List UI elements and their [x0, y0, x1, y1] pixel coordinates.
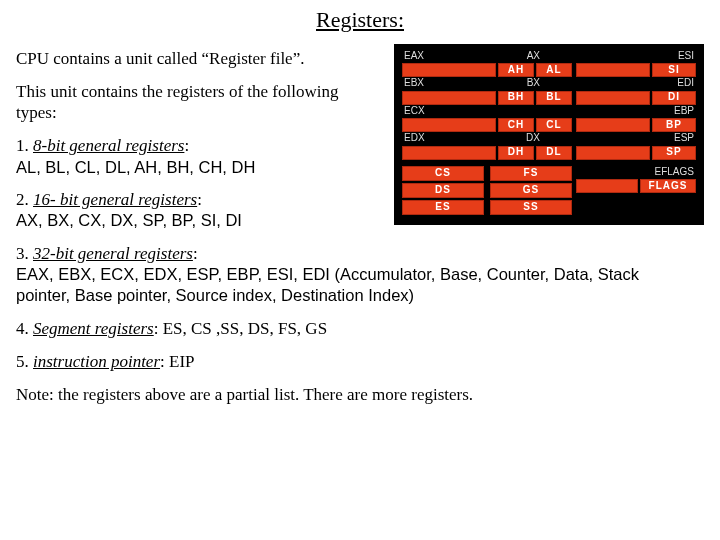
gp-seg-low: DL [536, 146, 572, 160]
gp-seg-upper [402, 91, 496, 105]
list-item-heading: 1. 8-bit general registers: [16, 135, 396, 156]
gp-seg-high: CH [498, 118, 534, 132]
gp-idx-low: BP [652, 118, 696, 132]
list-item-tail: : [193, 244, 198, 263]
gp-labels: ECX [402, 105, 572, 119]
list-item-heading: 3. 32-bit general registers: [16, 243, 686, 264]
gp-seg-upper [402, 146, 496, 160]
note-para: Note: the registers above are a partial … [16, 384, 704, 405]
segment-reg: GS [490, 183, 572, 198]
list-item-head: 16- bit general registers [33, 190, 197, 209]
gp-idx-bar: SP [576, 146, 696, 160]
gp-seg-low: CL [536, 118, 572, 132]
list-item-tail: : ES, CS ,SS, DS, FS, GS [154, 319, 327, 338]
gp-idx-upper [576, 91, 650, 105]
gp-idx-bar: BP [576, 118, 696, 132]
list-item-head: 8-bit general registers [33, 136, 184, 155]
gp-idx-upper [576, 146, 650, 160]
gp-col-32: ECXCHCL [402, 105, 572, 133]
segment-row: DSGS [402, 183, 572, 198]
list-item-heading: 2. 16- bit general registers: [16, 189, 396, 210]
gp-idx-low: SI [652, 63, 696, 77]
list-item-tail: : [184, 136, 189, 155]
list-item-tail: : EIP [160, 352, 194, 371]
list-item: 5. instruction pointer: EIP [16, 351, 686, 372]
segment-grid: CSFSDSGSESSS [402, 164, 572, 215]
segment-flags-row: CSFSDSGSESSSEFLAGSFLAGS [402, 164, 696, 215]
gp-bar-32: AHAL [402, 63, 572, 77]
eflags-label: EFLAGS [576, 166, 696, 180]
gp-seg-low: BL [536, 91, 572, 105]
list-item-number: 1. [16, 136, 33, 155]
segment-row: CSFS [402, 166, 572, 181]
list-item-body: AL, BL, CL, DL, AH, BH, CH, DH [16, 157, 396, 178]
gp-seg-upper [402, 63, 496, 77]
gp-idx-bar: DI [576, 91, 696, 105]
gp-idx-label: EBP [576, 105, 696, 119]
segment-reg: SS [490, 200, 572, 215]
gp-col-idx: EDIDI [576, 77, 696, 105]
gp-idx-label: ESP [576, 132, 696, 146]
title-text: Registers: [316, 7, 404, 32]
list-item-head: instruction pointer [33, 352, 160, 371]
list-item: 2. 16- bit general registers:AX, BX, CX,… [16, 189, 396, 231]
list-item: 1. 8-bit general registers:AL, BL, CL, D… [16, 135, 396, 177]
gp-register-row: ECXCHCLEBPBP [402, 105, 696, 133]
gp-seg-upper [402, 118, 496, 132]
segment-reg: CS [402, 166, 484, 181]
gp-bar-32: CHCL [402, 118, 572, 132]
gp-idx-upper [576, 63, 650, 77]
gp-col-idx: ESPSP [576, 132, 696, 160]
intro-para-1: CPU contains a unit called “Register fil… [16, 48, 396, 69]
list-item: 3. 32-bit general registers:EAX, EBX, EC… [16, 243, 686, 306]
register-diagram: EAXAXAHALESISIEBXBXBHBLEDIDIECXCHCLEBPBP… [394, 44, 704, 225]
gp-register-row: EBXBXBHBLEDIDI [402, 77, 696, 105]
list-item-heading: 5. instruction pointer: EIP [16, 351, 686, 372]
list-item-number: 3. [16, 244, 33, 263]
eflags-low: FLAGS [640, 179, 696, 193]
gp-seg-high: DH [498, 146, 534, 160]
gp-col-idx: ESISI [576, 50, 696, 78]
eflags-block: EFLAGSFLAGS [576, 166, 696, 194]
list-item-head: Segment registers [33, 319, 154, 338]
gp-bar-32: BHBL [402, 91, 572, 105]
gp-col-32: EAXAXAHAL [402, 50, 572, 78]
list-item-heading: 4. Segment registers: ES, CS ,SS, DS, FS… [16, 318, 686, 339]
list-item-number: 2. [16, 190, 33, 209]
gp-bar-32: DHDL [402, 146, 572, 160]
segment-row: ESSS [402, 200, 572, 215]
gp-labels: EBXBX [402, 77, 572, 91]
list-item-number: 4. [16, 319, 33, 338]
page-title: Registers: [16, 6, 704, 34]
gp-seg-low: AL [536, 63, 572, 77]
gp-idx-low: SP [652, 146, 696, 160]
gp-col-32: EDXDXDHDL [402, 132, 572, 160]
gp-seg-high: AH [498, 63, 534, 77]
gp-seg-high: BH [498, 91, 534, 105]
segment-reg: FS [490, 166, 572, 181]
gp-idx-low: DI [652, 91, 696, 105]
register-type-list: 1. 8-bit general registers:AL, BL, CL, D… [16, 135, 396, 372]
list-item-body: EAX, EBX, ECX, EDX, ESP, EBP, ESI, EDI (… [16, 264, 686, 305]
list-item-tail: : [197, 190, 202, 209]
gp-register-row: EDXDXDHDLESPSP [402, 132, 696, 160]
segment-reg: DS [402, 183, 484, 198]
eflags-bar: FLAGS [576, 179, 696, 193]
gp-labels: EAXAX [402, 50, 572, 64]
list-item-head: 32-bit general registers [33, 244, 193, 263]
segment-reg: ES [402, 200, 484, 215]
left-column: CPU contains a unit called “Register fil… [16, 48, 396, 373]
list-item-body: AX, BX, CX, DX, SP, BP, SI, DI [16, 210, 396, 231]
eflags-upper [576, 179, 638, 193]
gp-col-32: EBXBXBHBL [402, 77, 572, 105]
gp-idx-upper [576, 118, 650, 132]
gp-labels: EDXDX [402, 132, 572, 146]
gp-col-idx: EBPBP [576, 105, 696, 133]
gp-idx-bar: SI [576, 63, 696, 77]
gp-idx-label: EDI [576, 77, 696, 91]
list-item: 4. Segment registers: ES, CS ,SS, DS, FS… [16, 318, 686, 339]
list-item-number: 5. [16, 352, 33, 371]
content-area: EAXAXAHALESISIEBXBXBHBLEDIDIECXCHCLEBPBP… [16, 48, 704, 406]
intro-para-2: This unit contains the registers of the … [16, 81, 346, 124]
gp-register-row: EAXAXAHALESISI [402, 50, 696, 78]
